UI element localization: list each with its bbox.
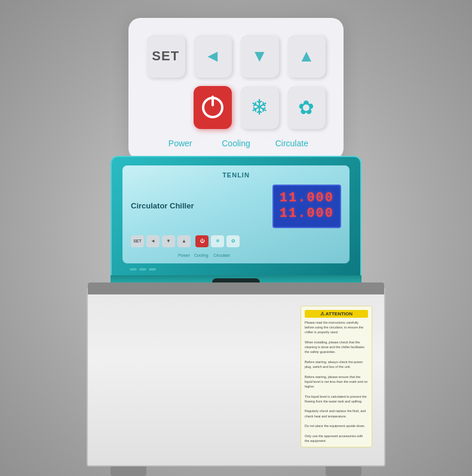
mini-up-button[interactable]: ▲	[177, 235, 191, 247]
foot-right	[326, 466, 361, 476]
snowflake-icon: ❄	[250, 95, 268, 120]
lcd-display: 11.000 11.000	[272, 185, 341, 228]
set-button[interactable]: SET	[146, 35, 185, 78]
tank-top-rim	[88, 282, 384, 294]
power-icon	[202, 97, 223, 118]
circulate-label-item: Circulate	[268, 137, 315, 148]
lcd-bottom: 11.000	[280, 206, 334, 222]
cooling-label: Cooling	[222, 139, 250, 148]
power-label-item: Power	[157, 137, 204, 148]
power-button[interactable]	[194, 86, 232, 129]
stripe-3	[148, 268, 156, 271]
attention-text: Please read the instructions carefully b…	[305, 320, 368, 443]
lcd-top: 11.000	[280, 191, 334, 206]
power-label: Power	[168, 139, 192, 148]
control-panel: SET ◄ ▼ ▲ ❄ ✿	[128, 18, 344, 160]
machine-label-section: Circulator Chiller	[131, 201, 263, 211]
mini-labels: Power Cooling Circulate	[131, 253, 341, 257]
machine-content: Circulator Chiller 11.000 11.000	[131, 185, 341, 228]
mini-set-button[interactable]: SET	[131, 235, 144, 247]
mini-controls: SET ◄ ▼ ▲ ⏻ ❄ ✿	[131, 235, 341, 247]
left-arrow-icon: ◄	[204, 47, 221, 66]
mini-circulate-label: Circulate	[210, 253, 234, 257]
cooling-button[interactable]: ❄	[240, 86, 279, 129]
feet-section	[93, 466, 379, 476]
mini-fan-button[interactable]: ✿	[226, 235, 240, 247]
mini-power-button[interactable]: ⏻	[195, 235, 209, 247]
up-arrow-button[interactable]: ▲	[287, 35, 326, 78]
cooling-label-item: Cooling	[212, 137, 260, 148]
product-name: Circulator Chiller	[131, 201, 263, 211]
mini-down-button[interactable]: ▼	[162, 235, 175, 247]
tank-body: ⚠ ATTENTION Please read the instructions…	[87, 287, 385, 466]
attention-label: ⚠ ATTENTION Please read the instructions…	[301, 306, 372, 447]
attention-header: ⚠ ATTENTION	[305, 310, 368, 318]
machine-panel-inner: TENLIN Circulator Chiller 11.000 11.000 …	[122, 165, 350, 263]
button-labels: Power Cooling Circulate	[146, 137, 326, 148]
fan-icon: ✿	[298, 96, 314, 119]
machine: TENLIN Circulator Chiller 11.000 11.000 …	[87, 156, 385, 476]
machine-control-panel: TENLIN Circulator Chiller 11.000 11.000 …	[111, 156, 361, 275]
mini-left-button[interactable]: ◄	[146, 235, 160, 247]
top-buttons-row: SET ◄ ▼ ▲	[146, 35, 326, 78]
stripe-decoration	[130, 268, 156, 271]
mini-nav-buttons: SET ◄ ▼ ▲	[131, 235, 191, 247]
bottom-buttons-row: ❄ ✿	[146, 86, 326, 129]
circulate-button[interactable]: ✿	[287, 86, 326, 129]
stripe-2	[139, 268, 146, 271]
mini-cooling-button[interactable]: ❄	[211, 235, 224, 247]
left-arrow-button[interactable]: ◄	[194, 35, 232, 78]
down-arrow-button[interactable]: ▼	[240, 35, 279, 78]
down-arrow-icon: ▼	[251, 47, 268, 66]
mini-cooling-label: Cooling	[194, 253, 207, 257]
brand-label: TENLIN	[131, 171, 341, 179]
foot-left	[111, 466, 146, 476]
main-container: SET ◄ ▼ ▲ ❄ ✿	[0, 0, 472, 476]
set-label: SET	[152, 48, 179, 64]
mini-action-buttons: ⏻ ❄ ✿	[195, 235, 240, 247]
up-arrow-icon: ▲	[298, 47, 315, 66]
mini-power-label: Power	[177, 253, 191, 257]
circulate-label: Circulate	[275, 139, 308, 148]
stripe-1	[129, 268, 137, 271]
power-button-empty-slot	[146, 86, 185, 129]
